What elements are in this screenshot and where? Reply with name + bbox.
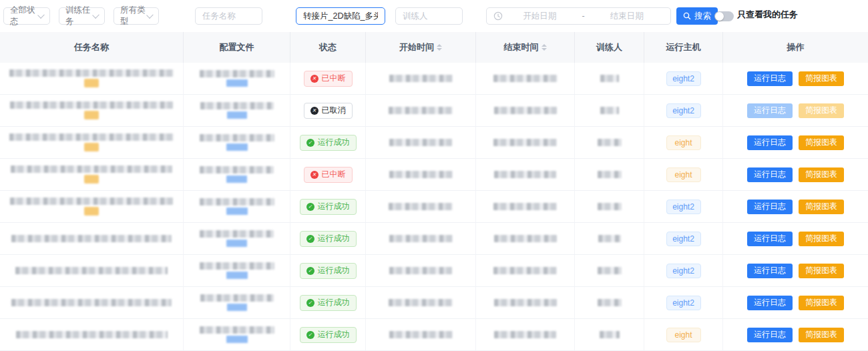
run-log-button[interactable]: 运行日志	[747, 296, 793, 310]
status-filter-select[interactable]: 全部状态	[3, 7, 50, 25]
end-date-placeholder[interactable]: 结束日期	[590, 11, 664, 22]
run-log-button[interactable]: 运行日志	[747, 167, 793, 182]
status-label: 运行成功	[318, 137, 350, 148]
task-name-cell	[0, 255, 184, 286]
report-chart-button[interactable]: 简报图表	[799, 328, 844, 342]
actions-cell: 运行日志 简报图表	[723, 191, 868, 222]
actions-cell: 运行日志 简报图表	[723, 287, 868, 318]
run-log-button[interactable]: 运行日志	[747, 71, 793, 86]
start-time-cell	[366, 191, 476, 222]
trainer-input[interactable]	[395, 7, 463, 25]
run-log-button[interactable]: 运行日志	[747, 103, 793, 118]
report-chart-button[interactable]: 简报图表	[799, 200, 844, 214]
trainer-blurred	[598, 139, 622, 146]
config-file-cell	[184, 159, 290, 190]
config-file-blurred	[200, 70, 274, 77]
report-chart-button[interactable]: 简报图表	[799, 264, 844, 278]
training-task-page: 全部状态 训练任务 所有类型 开始日期 - 结束日期	[0, 0, 868, 351]
host-cell: eight2	[644, 95, 723, 126]
host-cell: eight	[644, 319, 723, 350]
my-tasks-toggle[interactable]	[714, 11, 734, 21]
end-time-blurred	[494, 171, 556, 178]
search-button[interactable]: 搜索	[676, 7, 718, 25]
run-log-button[interactable]: 运行日志	[747, 328, 793, 342]
trainer-blurred	[600, 75, 619, 82]
task-name-blurred	[16, 331, 168, 338]
config-link-blurred[interactable]	[226, 240, 247, 247]
status-label: 已中断	[322, 169, 346, 180]
config-link-blurred[interactable]	[226, 79, 248, 87]
trainer-blurred	[598, 235, 621, 242]
column-header-config-file: 配置文件	[184, 32, 290, 63]
config-link-blurred[interactable]	[226, 143, 248, 151]
task-name-blurred	[10, 198, 173, 205]
task-type-select[interactable]: 训练任务	[59, 7, 105, 25]
end-time-blurred	[493, 139, 557, 146]
end-time-blurred	[493, 267, 557, 274]
task-name-cell	[0, 223, 184, 254]
status-icon: ✓	[306, 267, 314, 275]
trainer-cell	[575, 223, 644, 254]
status-cell: ✓ 运行成功	[290, 255, 366, 286]
report-chart-button[interactable]: 简报图表	[799, 296, 844, 310]
category-select[interactable]: 所有类型	[114, 7, 159, 25]
end-time-blurred	[494, 235, 557, 242]
config-link-blurred[interactable]	[227, 111, 247, 119]
clock-icon	[493, 11, 503, 21]
run-log-button[interactable]: 运行日志	[747, 264, 793, 278]
end-time-blurred	[494, 107, 557, 114]
sort-icon[interactable]	[437, 44, 442, 51]
config-link-blurred[interactable]	[226, 272, 248, 279]
task-name-cell	[0, 191, 184, 222]
config-link-blurred[interactable]	[226, 208, 248, 215]
report-chart-button[interactable]: 简报图表	[799, 135, 844, 150]
end-time-blurred	[493, 203, 557, 210]
end-time-cell	[476, 255, 575, 286]
host-cell: eight2	[644, 255, 723, 286]
status-cell: ✓ 运行成功	[290, 223, 366, 254]
filter-bar: 全部状态 训练任务 所有类型 开始日期 - 结束日期	[0, 0, 868, 32]
host-cell: eight2	[644, 287, 723, 318]
start-time-cell	[366, 255, 476, 286]
end-time-blurred	[493, 75, 558, 82]
table-row: ✕ 已中断 eight2 运行日志 简报图表	[0, 63, 868, 95]
report-chart-button[interactable]: 简报图表	[799, 232, 844, 246]
status-badge: ✓ 运行成功	[300, 327, 357, 343]
report-chart-button[interactable]: 简报图表	[799, 103, 844, 118]
table-row: ✓ 运行成功 eight 运行日志 简报图表	[0, 127, 868, 159]
trainer-blurred	[598, 171, 622, 178]
run-log-button[interactable]: 运行日志	[747, 135, 793, 150]
report-chart-button[interactable]: 简报图表	[799, 71, 844, 86]
start-date-placeholder[interactable]: 开始日期	[503, 11, 577, 22]
model-search-input[interactable]	[296, 7, 385, 25]
task-tag-blurred	[84, 207, 99, 216]
status-cell: ✓ 运行成功	[290, 127, 366, 158]
run-log-button[interactable]: 运行日志	[747, 200, 793, 214]
status-label: 运行成功	[318, 201, 350, 212]
status-badge: ✕ 已中断	[304, 167, 353, 183]
host-cell: eight2	[644, 191, 723, 222]
date-range-picker[interactable]: 开始日期 - 结束日期	[486, 7, 671, 25]
table-row: ✕ 已取消 eight2 运行日志 简报图表	[0, 95, 868, 127]
run-log-button[interactable]: 运行日志	[747, 232, 793, 246]
task-name-input[interactable]	[195, 7, 262, 25]
config-link-blurred[interactable]	[226, 176, 247, 183]
config-link-blurred[interactable]	[226, 336, 248, 343]
host-badge: eight	[666, 135, 701, 150]
actions-cell: 运行日志 简报图表	[723, 255, 868, 286]
task-name-blurred	[11, 165, 172, 173]
actions-cell: 运行日志 简报图表	[723, 159, 868, 190]
host-badge: eight	[666, 167, 701, 182]
start-time-cell	[366, 287, 476, 318]
config-file-cell	[184, 191, 290, 222]
config-file-blurred	[200, 326, 274, 334]
start-time-blurred	[389, 299, 453, 306]
host-cell: eight	[644, 127, 723, 158]
sort-icon[interactable]	[541, 44, 547, 51]
start-time-blurred	[389, 171, 453, 178]
config-link-blurred[interactable]	[227, 304, 247, 311]
report-chart-button[interactable]: 简报图表	[799, 167, 844, 182]
actions-cell: 运行日志 简报图表	[723, 319, 868, 350]
status-label: 运行成功	[318, 329, 350, 340]
status-icon: ✓	[306, 331, 314, 339]
